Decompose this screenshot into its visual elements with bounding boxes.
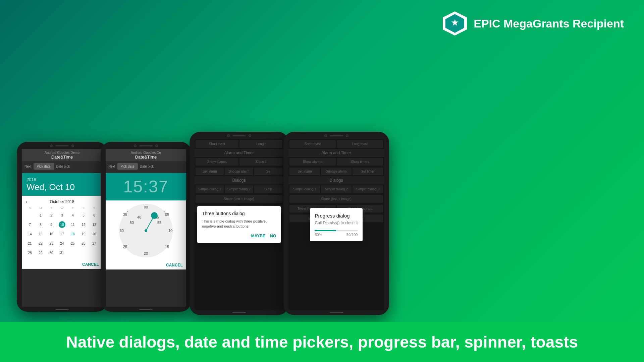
phone-progress-dialog: Short toast Long toast Alarm and Timer S… bbox=[283, 132, 389, 315]
calendar-month: October 2018 bbox=[50, 199, 74, 204]
progress-labels: 50% 50/100 bbox=[315, 233, 358, 237]
cal-empty-6 bbox=[78, 248, 89, 257]
dialog-screen-d: Short toast Long toast Alarm and Timer S… bbox=[288, 139, 384, 310]
cal-day-26[interactable]: 26 bbox=[78, 239, 89, 248]
dow-t2: T bbox=[67, 206, 78, 210]
phone-three-buttons-dialog: Short toast Long t Alarm and Timer Show … bbox=[190, 132, 288, 315]
cal-prev-arrow[interactable]: ‹ bbox=[26, 199, 28, 204]
cal-day-19[interactable]: 19 bbox=[78, 229, 89, 239]
progress-dialog-box: Progress dialog Call Dismiss() to close … bbox=[310, 208, 362, 241]
camera-dot-b bbox=[134, 144, 137, 147]
phone-bottom-bar-d bbox=[330, 312, 343, 313]
svg-text:25: 25 bbox=[123, 245, 127, 249]
dow-t1: T bbox=[46, 206, 57, 210]
cal-day-empty1 bbox=[24, 210, 35, 220]
camera-dot-d bbox=[324, 134, 327, 137]
cal-day-13[interactable]: 13 bbox=[89, 220, 100, 229]
cal-day-11[interactable]: 11 bbox=[67, 220, 78, 229]
phone-top-bar-b bbox=[134, 142, 158, 149]
cal-day-10-selected[interactable]: 10 bbox=[57, 220, 67, 229]
time-date-pick-label: Date pick bbox=[140, 165, 154, 168]
cal-day-20[interactable]: 20 bbox=[89, 229, 100, 239]
progress-dialog-overlay: Progress dialog Call Dismiss() to close … bbox=[288, 139, 384, 310]
svg-text:10: 10 bbox=[168, 229, 172, 233]
cal-day-29[interactable]: 29 bbox=[35, 248, 46, 257]
speaker bbox=[55, 145, 69, 146]
cal-day-1[interactable]: 1 bbox=[35, 210, 46, 220]
cal-day-30[interactable]: 30 bbox=[46, 248, 57, 257]
phones-scene: Android Goodies Demo Date&Time Next Pick… bbox=[0, 44, 644, 322]
phone-bottom-bar-b bbox=[139, 309, 153, 310]
cal-day-22[interactable]: 22 bbox=[35, 239, 46, 248]
svg-text:40: 40 bbox=[137, 215, 141, 219]
svg-text:20: 20 bbox=[144, 251, 148, 255]
cal-day-18-accent[interactable]: 18 bbox=[67, 229, 78, 239]
progress-bar-track bbox=[315, 230, 358, 231]
calendar-container: 2018 Wed, Oct 10 ‹ October 2018 › S M T … bbox=[22, 173, 102, 269]
cal-day-25[interactable]: 25 bbox=[67, 239, 78, 248]
cal-day-17[interactable]: 17 bbox=[57, 229, 67, 239]
no-button[interactable]: NO bbox=[270, 234, 276, 238]
cal-day-9[interactable]: 9 bbox=[46, 220, 57, 229]
time-cancel-button[interactable]: CANCEL bbox=[166, 263, 183, 267]
dialog-title-c: Three buttons dialog bbox=[202, 211, 276, 216]
cal-day-4[interactable]: 4 bbox=[67, 210, 78, 220]
cal-day-28[interactable]: 28 bbox=[24, 248, 35, 257]
cal-empty-5 bbox=[67, 248, 78, 257]
cal-day-12[interactable]: 12 bbox=[78, 220, 89, 229]
cal-day-8[interactable]: 8 bbox=[35, 220, 46, 229]
calendar-body: ‹ October 2018 › S M T W T F S bbox=[22, 196, 102, 260]
cal-day-16[interactable]: 16 bbox=[46, 229, 57, 239]
speaker-b bbox=[139, 145, 153, 146]
progress-dialog-title: Progress dialog bbox=[315, 213, 358, 219]
phone-top-bar-c bbox=[227, 132, 251, 139]
phone-bottom-bar bbox=[55, 309, 69, 310]
cal-day-14[interactable]: 14 bbox=[24, 229, 35, 239]
dialog-body-c: This is simple dialog with three positiv… bbox=[202, 219, 276, 229]
cal-day-23[interactable]: 23 bbox=[46, 239, 57, 248]
date-next-row: Next Pick date Date pick bbox=[24, 163, 100, 170]
calendar-year: 2018 bbox=[26, 177, 98, 182]
calendar-days-of-week: S M T W T F S bbox=[24, 206, 100, 210]
pick-date-button[interactable]: Pick date bbox=[34, 163, 54, 170]
time-next-label: Next bbox=[108, 165, 115, 168]
time-pick-date-button[interactable]: Pick date bbox=[117, 163, 138, 170]
section-title-date: Date&Time bbox=[25, 155, 99, 160]
clock-face: 00 05 10 15 20 25 30 35 40 45 50 55 bbox=[119, 204, 173, 257]
cal-day-7[interactable]: 7 bbox=[24, 220, 35, 229]
cal-day-27[interactable]: 27 bbox=[89, 239, 100, 248]
dialog-screen-c: Short toast Long t Alarm and Timer Show … bbox=[195, 139, 283, 310]
section-title-time: Date&Time bbox=[109, 155, 183, 160]
cal-day-5[interactable]: 5 bbox=[78, 210, 89, 220]
epic-hexagon-icon: ★ bbox=[441, 10, 468, 37]
time-below-header: Next Pick date Date pick bbox=[106, 161, 186, 173]
dow-m: M bbox=[35, 206, 46, 210]
date-pick-label: Date pick bbox=[56, 165, 70, 168]
progress-pct-label: 50% bbox=[315, 233, 322, 237]
date-picker-screen: Android Goodies Demo Date&Time Next Pick… bbox=[22, 149, 102, 307]
cal-day-6[interactable]: 6 bbox=[89, 210, 100, 220]
dialog-buttons-c: MAYBE NO bbox=[202, 234, 276, 238]
next-label: Next bbox=[24, 165, 32, 168]
phone-top-bar-d bbox=[324, 132, 348, 139]
clock-body: 00 05 10 15 20 25 30 35 40 45 50 55 bbox=[106, 200, 186, 261]
calendar-header: 2018 Wed, Oct 10 bbox=[22, 173, 102, 196]
cal-day-2[interactable]: 2 bbox=[46, 210, 57, 220]
time-picker-footer: CANCEL bbox=[106, 261, 186, 269]
cal-day-21[interactable]: 21 bbox=[24, 239, 35, 248]
calendar-cancel-button[interactable]: CANCEL bbox=[82, 262, 99, 267]
time-next-row: Next Pick date Date pick bbox=[108, 163, 183, 170]
cal-day-24[interactable]: 24 bbox=[57, 239, 67, 248]
app-name-date: Android Goodies Demo bbox=[25, 151, 99, 155]
camera-dot-c bbox=[227, 134, 230, 137]
camera-dot-d2 bbox=[346, 134, 348, 137]
calendar-nav: ‹ October 2018 › bbox=[24, 198, 100, 206]
maybe-button[interactable]: MAYBE bbox=[251, 234, 265, 238]
app-name-time: Android Goodies De bbox=[109, 151, 183, 155]
time-display-header: 15:37 bbox=[106, 173, 186, 200]
time-picker-screen: Android Goodies De Date&Time Next Pick d… bbox=[106, 149, 186, 307]
cal-day-15[interactable]: 15 bbox=[35, 229, 46, 239]
camera-dot-c2 bbox=[249, 134, 251, 137]
cal-day-3[interactable]: 3 bbox=[57, 210, 67, 220]
cal-day-31[interactable]: 31 bbox=[57, 248, 67, 257]
